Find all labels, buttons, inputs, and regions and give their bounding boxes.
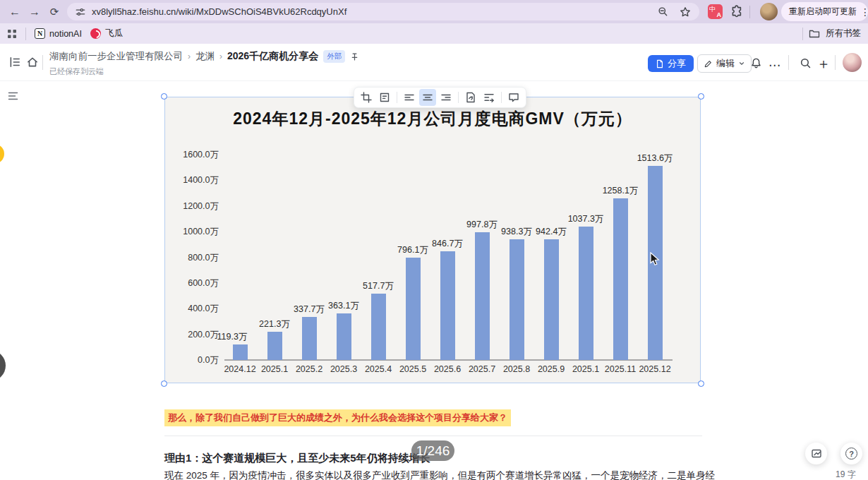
breadcrumb-page-title: 2026千亿商机分享会 xyxy=(227,50,318,63)
chart-image[interactable]: 2024年12月-2025年12月公司月度电商GMV（万元） 1600.0万14… xyxy=(164,97,701,383)
align-center-icon[interactable] xyxy=(419,89,436,106)
crop-icon[interactable] xyxy=(358,89,375,106)
share-button[interactable]: 分享 xyxy=(648,55,694,72)
resize-handle-top-right[interactable] xyxy=(698,93,704,100)
bar-2025.8 xyxy=(510,239,524,360)
bookmarks-right-divider xyxy=(802,28,803,40)
dark-indicator-dot xyxy=(0,350,6,381)
bar-2025.5 xyxy=(406,258,421,360)
bar-value-label: 1037.3万 xyxy=(561,213,610,225)
bar-2025.6 xyxy=(440,251,455,360)
breadcrumb-space[interactable]: 龙渊 xyxy=(195,50,215,63)
bar-2025.11 xyxy=(613,198,628,360)
chrome-divider xyxy=(749,6,750,18)
bookmark-notionai[interactable]: N notionAI xyxy=(35,28,82,39)
wiki-tree-icon[interactable] xyxy=(6,53,24,71)
header-divider-2 xyxy=(788,55,789,70)
browser-profile-avatar[interactable] xyxy=(760,3,778,20)
section-divider xyxy=(164,436,702,436)
external-badge: 外部 xyxy=(323,50,345,63)
resize-handle-bottom-right[interactable] xyxy=(698,380,704,387)
yellow-indicator-dot xyxy=(0,144,4,164)
y-axis-tick: 800.0万 xyxy=(169,252,219,264)
annotate-icon[interactable] xyxy=(805,443,827,464)
y-axis-tick: 1200.0万 xyxy=(169,200,219,212)
search-icon[interactable] xyxy=(796,54,814,72)
bookmark-star-icon[interactable] xyxy=(680,6,691,18)
apps-grid-icon[interactable] xyxy=(7,29,17,39)
header-divider xyxy=(42,55,43,70)
url-text: xv8lyll5haz.feishu.cn/wiki/MxDDwSChOiS4B… xyxy=(92,6,651,17)
address-bar[interactable]: xv8lyll5haz.feishu.cn/wiki/MxDDwSChOiS4B… xyxy=(67,3,699,20)
bar-2024.12 xyxy=(233,344,248,360)
bar-value-label: 221.3万 xyxy=(250,318,299,330)
bar-value-label: 517.7万 xyxy=(354,280,403,292)
plus-icon[interactable]: ＋ xyxy=(816,54,831,73)
toolbar-divider xyxy=(501,92,502,103)
home-icon[interactable] xyxy=(23,53,42,71)
breadcrumb: 湖南向前一步企业管理有限公司 › 龙渊 › 2026千亿商机分享会 外部 xyxy=(49,50,359,63)
bar-value-label: 363.1万 xyxy=(319,300,368,312)
pin-icon[interactable] xyxy=(350,52,359,61)
edit-button[interactable]: 编辑 xyxy=(697,54,752,73)
bar-value-label: 1513.6万 xyxy=(630,152,680,164)
body-paragraph[interactable]: 现在 2025 年，因为疫情冲击，很多实体以及很多产业收到严重影响，但是有两个赛… xyxy=(164,469,715,480)
link-doc-icon[interactable] xyxy=(462,89,479,106)
feishu-header: 湖南向前一步企业管理有限公司 › 龙渊 › 2026千亿商机分享会 外部 已经保… xyxy=(0,44,868,81)
word-count: 19 字 xyxy=(836,469,856,480)
resize-handle-bottom-left[interactable] xyxy=(161,380,167,387)
highlighted-question[interactable]: 那么，除了我们自己做到了巨大的成绩之外，为什么我会选择这个项目分享给大家？ xyxy=(164,409,511,426)
y-axis-tick: 1000.0万 xyxy=(169,226,219,238)
outline-icon[interactable] xyxy=(7,90,19,104)
browser-toolbar: ← → ⟳ xv8lyll5haz.feishu.cn/wiki/MxDDwSC… xyxy=(0,0,868,23)
toolbar-divider xyxy=(458,92,459,103)
share-doc-icon xyxy=(656,59,664,68)
move-to-icon[interactable] xyxy=(481,89,498,106)
bar-2025.4 xyxy=(371,294,386,360)
forward-icon[interactable]: → xyxy=(25,3,44,21)
translate-extension-icon[interactable]: 中A xyxy=(708,4,723,19)
reload-icon[interactable]: ⟳ xyxy=(45,3,64,21)
more-icon[interactable]: ⋯ xyxy=(768,58,781,73)
bar-2025.1 xyxy=(579,227,593,360)
bar-2025.2 xyxy=(302,317,317,360)
note-icon[interactable] xyxy=(376,89,393,106)
comment-icon[interactable] xyxy=(505,89,522,106)
bar-2025.7 xyxy=(475,232,490,360)
bell-icon[interactable] xyxy=(747,54,765,72)
page-indicator-badge: 1/246 xyxy=(411,440,454,461)
feigua-icon xyxy=(90,28,101,39)
bookmark-feigua[interactable]: 飞瓜 xyxy=(90,28,123,40)
kebab-menu-icon[interactable]: ⋮ xyxy=(860,7,868,17)
user-avatar[interactable] xyxy=(843,53,862,72)
bar-value-label: 942.4万 xyxy=(526,226,576,238)
bar-2025.3 xyxy=(337,313,351,360)
image-toolbar xyxy=(354,87,526,108)
pencil-icon xyxy=(704,59,713,68)
zoom-icon[interactable] xyxy=(658,6,668,17)
toolbar-divider xyxy=(397,92,397,103)
breadcrumb-org[interactable]: 湖南向前一步企业管理有限公司 xyxy=(49,50,183,63)
update-button[interactable]: 重新启动即可更新 ⋮ xyxy=(781,2,868,21)
help-icon[interactable]: ? xyxy=(840,443,862,464)
breadcrumb-separator: › xyxy=(219,52,222,61)
chart-title: 2024年12月-2025年12月公司月度电商GMV（万元） xyxy=(165,108,700,130)
site-info-icon[interactable] xyxy=(76,7,85,17)
bookmarks-bar: N notionAI 飞瓜 所有书签 xyxy=(0,23,868,44)
y-axis-tick: 600.0万 xyxy=(169,277,219,289)
header-divider-3 xyxy=(835,55,836,70)
reason-heading[interactable]: 理由1：这个赛道规模巨大，且至少未来5年仍将持续增长 xyxy=(164,452,430,465)
align-left-icon[interactable] xyxy=(401,89,418,106)
align-right-icon[interactable] xyxy=(438,89,454,106)
all-bookmarks-button[interactable]: 所有书签 xyxy=(802,28,861,40)
bar-value-label: 1258.1万 xyxy=(596,185,645,197)
bar-value-label: 846.7万 xyxy=(423,238,472,250)
y-axis-tick: 1400.0万 xyxy=(169,174,219,186)
extensions-puzzle-icon[interactable] xyxy=(730,5,743,18)
bookmarks-divider xyxy=(25,28,26,40)
bar-2025.9 xyxy=(544,239,559,360)
resize-handle-top-left[interactable] xyxy=(161,93,167,100)
back-icon[interactable]: ← xyxy=(6,3,24,21)
bar-2025.1 xyxy=(267,332,282,360)
y-axis-tick: 400.0万 xyxy=(169,303,219,315)
